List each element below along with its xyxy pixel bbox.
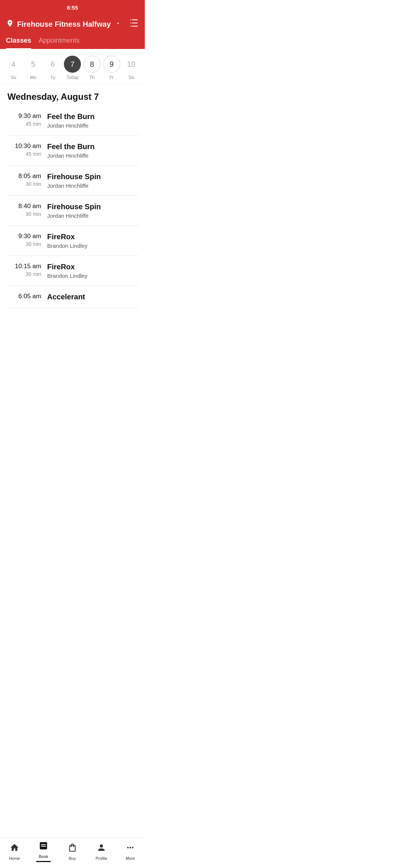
day-number: 7 bbox=[64, 56, 81, 73]
class-info: Firehouse Spin Jordan Hinchliffe bbox=[47, 203, 139, 219]
day-label: Tu bbox=[50, 75, 55, 80]
day-label: Sa bbox=[128, 75, 134, 80]
class-time: 9:30 am 30 min bbox=[6, 233, 41, 247]
tab-appointments[interactable]: Appointments bbox=[39, 37, 79, 49]
class-name: Firehouse Spin bbox=[47, 172, 139, 181]
date-heading: Wednesday, August 7 bbox=[0, 85, 145, 106]
class-item[interactable]: 8:05 am 30 min Firehouse Spin Jordan Hin… bbox=[6, 166, 139, 196]
app-header: Firehouse Fitness Halfway Classes Appoin… bbox=[0, 13, 145, 49]
class-item[interactable]: 10:30 am 45 min Feel the Burn Jordan Hin… bbox=[6, 136, 139, 166]
calendar-day-9[interactable]: 9 Fr bbox=[103, 56, 120, 80]
class-item[interactable]: 6:05 am Accelerant bbox=[6, 286, 139, 308]
class-time: 6:05 am bbox=[6, 293, 41, 300]
class-instructor: Jordan Hinchliffe bbox=[47, 183, 139, 189]
tab-classes[interactable]: Classes bbox=[6, 37, 31, 49]
class-duration: 45 min bbox=[6, 121, 41, 127]
day-label: Today bbox=[66, 75, 78, 80]
class-instructor: Brandon Lindley bbox=[47, 243, 139, 249]
calendar-day-8[interactable]: 8 Th bbox=[84, 56, 101, 80]
class-info: Feel the Burn Jordan Hinchliffe bbox=[47, 142, 139, 159]
class-time-main: 9:30 am bbox=[6, 233, 41, 240]
day-number: 8 bbox=[84, 56, 101, 73]
class-instructor: Brandon Lindley bbox=[47, 273, 139, 279]
class-time-main: 10:30 am bbox=[6, 142, 41, 150]
class-name: FireRox bbox=[47, 233, 139, 241]
class-instructor: Jordan Hinchliffe bbox=[47, 213, 139, 219]
calendar-strip: 4 Su 5 Mo 6 Tu 7 Today 8 Th 9 Fr 10 Sa bbox=[0, 49, 145, 85]
day-number: 6 bbox=[44, 56, 61, 73]
calendar-day-7[interactable]: 7 Today bbox=[64, 56, 81, 80]
class-time: 9:30 am 45 min bbox=[6, 112, 41, 127]
day-number: 9 bbox=[103, 56, 120, 73]
day-label: Th bbox=[89, 75, 95, 80]
class-time: 8:05 am 30 min bbox=[6, 172, 41, 187]
class-time: 8:40 am 30 min bbox=[6, 203, 41, 217]
location-row: Firehouse Fitness Halfway bbox=[6, 16, 139, 32]
class-name: Feel the Burn bbox=[47, 142, 139, 151]
location-pin-icon bbox=[6, 19, 14, 29]
class-instructor: Jordan Hinchliffe bbox=[47, 152, 139, 159]
location-name: Firehouse Fitness Halfway bbox=[17, 20, 111, 29]
day-label: Mo bbox=[30, 75, 36, 80]
class-duration: 30 min bbox=[6, 211, 41, 217]
class-name: FireRox bbox=[47, 263, 139, 271]
class-info: Feel the Burn Jordan Hinchliffe bbox=[47, 112, 139, 129]
location-left[interactable]: Firehouse Fitness Halfway bbox=[6, 19, 121, 29]
class-info: Accelerant bbox=[47, 293, 139, 301]
calendar-day-5[interactable]: 5 Mo bbox=[25, 56, 42, 80]
class-time-main: 6:05 am bbox=[6, 293, 41, 300]
class-item[interactable]: 10:15 am 30 min FireRox Brandon Lindley bbox=[6, 256, 139, 286]
class-name: Firehouse Spin bbox=[47, 203, 139, 211]
class-duration: 45 min bbox=[6, 151, 41, 157]
day-number: 5 bbox=[25, 56, 42, 73]
status-bar: 8:55 bbox=[0, 0, 145, 13]
class-time-main: 9:30 am bbox=[6, 112, 41, 120]
filter-icon[interactable] bbox=[129, 18, 139, 30]
calendar-day-4[interactable]: 4 Su bbox=[5, 56, 22, 80]
class-duration: 30 min bbox=[6, 271, 41, 277]
class-time: 10:30 am 45 min bbox=[6, 142, 41, 157]
day-number: 4 bbox=[5, 56, 22, 73]
class-instructor: Jordan Hinchliffe bbox=[47, 122, 139, 129]
status-time: 8:55 bbox=[67, 4, 78, 11]
content-scroll: Wednesday, August 7 9:30 am 45 min Feel … bbox=[0, 85, 145, 338]
class-info: FireRox Brandon Lindley bbox=[47, 263, 139, 279]
day-number: 10 bbox=[123, 56, 140, 73]
class-list: 9:30 am 45 min Feel the Burn Jordan Hinc… bbox=[0, 106, 145, 308]
class-info: FireRox Brandon Lindley bbox=[47, 233, 139, 249]
class-name: Feel the Burn bbox=[47, 112, 139, 121]
chevron-down-icon[interactable] bbox=[115, 20, 121, 28]
day-label: Fr bbox=[110, 75, 114, 80]
class-time-main: 10:15 am bbox=[6, 263, 41, 270]
class-time-main: 8:05 am bbox=[6, 172, 41, 180]
class-item[interactable]: 8:40 am 30 min Firehouse Spin Jordan Hin… bbox=[6, 196, 139, 226]
class-duration: 30 min bbox=[6, 181, 41, 187]
class-duration: 30 min bbox=[6, 241, 41, 247]
tabs-row: Classes Appointments bbox=[6, 32, 139, 49]
class-item[interactable]: 9:30 am 45 min Feel the Burn Jordan Hinc… bbox=[6, 106, 139, 136]
class-time: 10:15 am 30 min bbox=[6, 263, 41, 277]
class-item[interactable]: 9:30 am 30 min FireRox Brandon Lindley bbox=[6, 226, 139, 256]
class-time-main: 8:40 am bbox=[6, 203, 41, 210]
class-name: Accelerant bbox=[47, 293, 139, 301]
day-label: Su bbox=[11, 75, 16, 80]
calendar-day-10[interactable]: 10 Sa bbox=[123, 56, 140, 80]
calendar-day-6[interactable]: 6 Tu bbox=[44, 56, 61, 80]
class-info: Firehouse Spin Jordan Hinchliffe bbox=[47, 172, 139, 189]
